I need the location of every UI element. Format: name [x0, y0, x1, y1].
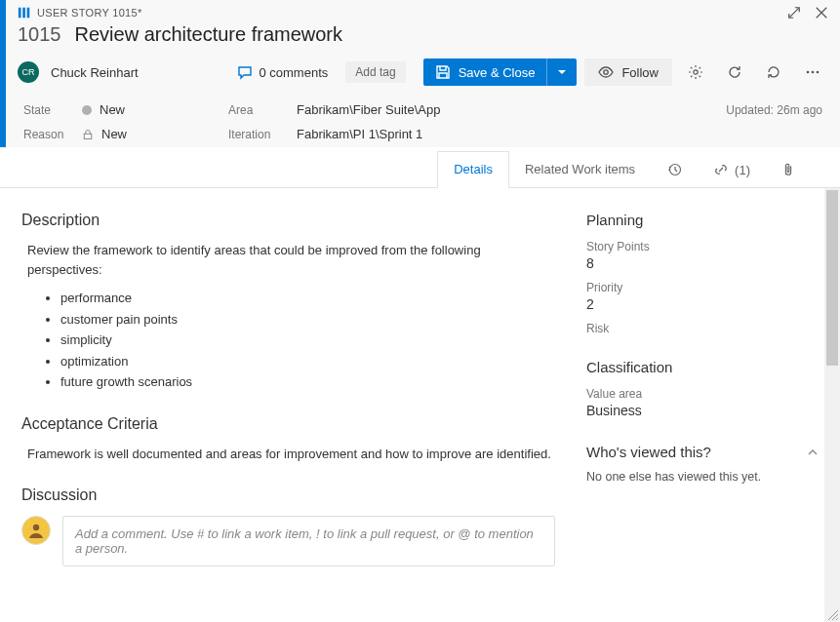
- undo-icon[interactable]: [758, 58, 789, 87]
- links-count: (1): [735, 163, 750, 177]
- close-icon[interactable]: [815, 6, 828, 19]
- work-item-type-label: USER STORY 1015*: [37, 7, 774, 19]
- current-user-avatar: [21, 516, 51, 545]
- description-body[interactable]: Review the framework to identify areas t…: [21, 241, 555, 392]
- scrollbar[interactable]: [824, 188, 840, 622]
- viewed-heading[interactable]: Who's viewed this?: [586, 444, 711, 460]
- work-item-type-icon: [18, 6, 31, 19]
- reason-label: Reason: [23, 128, 82, 141]
- svg-rect-8: [84, 134, 92, 138]
- reason-value[interactable]: New: [82, 127, 228, 141]
- tab-related[interactable]: Related Work items: [509, 151, 651, 187]
- description-heading: Description: [21, 212, 555, 229]
- tab-attachments[interactable]: [766, 151, 811, 187]
- svg-point-7: [817, 71, 820, 74]
- viewed-text: No one else has viewed this yet.: [586, 470, 819, 484]
- desc-bullet: future growth scenarios: [60, 372, 555, 392]
- state-dot-icon: [82, 105, 92, 115]
- more-icon[interactable]: [797, 58, 828, 87]
- follow-label: Follow: [621, 65, 659, 80]
- assignee-name[interactable]: Chuck Reinhart: [51, 65, 139, 80]
- area-label: Area: [228, 103, 297, 117]
- state-label: State: [23, 103, 82, 117]
- svg-point-3: [604, 70, 608, 74]
- desc-bullet: customer pain points: [60, 310, 555, 330]
- acceptance-heading: Acceptance Criteria: [21, 415, 555, 433]
- comments-count: 0 comments: [259, 65, 328, 80]
- tabs-bar: Details Related Work items (1): [0, 151, 840, 188]
- desc-bullet: optimization: [60, 352, 555, 371]
- lock-icon: [82, 129, 94, 140]
- value-area-value[interactable]: Business: [586, 403, 819, 418]
- save-close-label: Save & Close: [459, 65, 536, 80]
- priority-label: Priority: [586, 281, 819, 294]
- refresh-icon[interactable]: [719, 58, 750, 87]
- svg-point-6: [812, 71, 815, 74]
- save-dropdown-caret[interactable]: [546, 58, 577, 86]
- settings-icon[interactable]: [680, 58, 711, 87]
- value-area-label: Value area: [586, 387, 819, 401]
- svg-point-4: [694, 70, 698, 74]
- acceptance-text[interactable]: Framework is well documented and areas f…: [21, 445, 555, 464]
- area-value[interactable]: Fabrikam\Fiber Suite\App: [297, 102, 726, 117]
- titlebar: USER STORY 1015*: [6, 0, 840, 21]
- svg-point-11: [33, 525, 39, 530]
- scroll-thumb[interactable]: [826, 190, 838, 366]
- svg-rect-1: [22, 8, 25, 19]
- follow-button[interactable]: Follow: [584, 58, 672, 86]
- resize-grip-icon[interactable]: [826, 608, 838, 620]
- svg-rect-0: [19, 8, 21, 19]
- risk-label: Risk: [586, 322, 819, 335]
- comments-button[interactable]: 0 comments: [237, 64, 328, 80]
- tab-links[interactable]: (1): [698, 151, 766, 187]
- classification-heading: Classification: [586, 359, 819, 375]
- iteration-label: Iteration: [228, 128, 297, 141]
- story-points-label: Story Points: [586, 240, 819, 253]
- desc-bullet: performance: [60, 289, 555, 308]
- chevron-up-icon[interactable]: [807, 447, 819, 458]
- discussion-heading: Discussion: [21, 486, 555, 504]
- tab-details[interactable]: Details: [437, 151, 509, 188]
- svg-point-5: [807, 71, 810, 74]
- fullscreen-icon[interactable]: [787, 6, 801, 19]
- assignee-avatar[interactable]: CR: [18, 61, 39, 83]
- updated-label: Updated: 26m ago: [726, 103, 822, 117]
- story-points-value[interactable]: 8: [586, 255, 819, 271]
- description-intro: Review the framework to identify areas t…: [27, 241, 555, 279]
- discussion-input[interactable]: Add a comment. Use # to link a work item…: [62, 516, 555, 566]
- tab-history[interactable]: [651, 151, 698, 187]
- work-item-id: 1015: [18, 23, 61, 46]
- work-item-title[interactable]: Review architecture framework: [75, 23, 343, 46]
- svg-rect-2: [27, 8, 30, 19]
- state-value[interactable]: New: [82, 102, 228, 117]
- desc-bullet: simplicity: [60, 330, 555, 350]
- planning-heading: Planning: [586, 212, 819, 228]
- priority-value[interactable]: 2: [586, 296, 819, 312]
- add-tag-button[interactable]: Add tag: [345, 61, 405, 83]
- save-close-button[interactable]: Save & Close: [423, 58, 578, 86]
- iteration-value[interactable]: Fabrikam\PI 1\Sprint 1: [297, 127, 726, 141]
